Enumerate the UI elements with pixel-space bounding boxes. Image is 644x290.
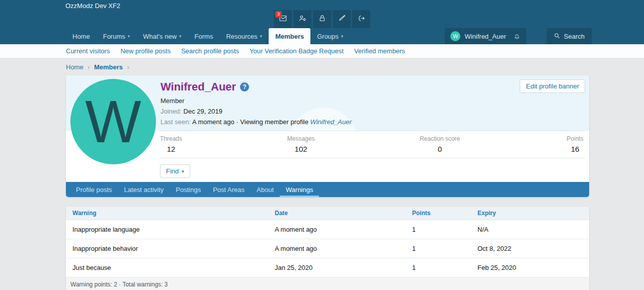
nav-item-whats-new[interactable]: What's new▾: [136, 28, 188, 44]
nav-item-members[interactable]: Members: [269, 28, 310, 44]
nav-item-forms[interactable]: Forms: [188, 28, 220, 44]
avatar: W: [450, 31, 460, 41]
user-groups-button[interactable]: [293, 10, 311, 28]
header-toolbar: 3: [274, 10, 370, 28]
lock-button[interactable]: [313, 10, 331, 28]
table-row[interactable]: Inappropriate language A moment ago 1 N/…: [66, 220, 589, 239]
help-icon[interactable]: ?: [240, 82, 249, 91]
site-title[interactable]: OzzModz Dev XF2: [65, 2, 120, 10]
account-username: Winifred_Auer: [464, 33, 506, 40]
site-header: OzzModz Dev XF2 3 Home Forums▾ What's ne…: [0, 0, 644, 44]
stat-messages[interactable]: Messages 102: [287, 135, 315, 153]
account-menu-button[interactable]: W Winifred_Auer: [445, 28, 526, 44]
nav-item-resources[interactable]: Resources▾: [219, 28, 269, 44]
subnav-current-visitors[interactable]: Current visitors: [66, 47, 110, 55]
tab-postings[interactable]: Postings: [170, 182, 207, 197]
warnings-table-header: Warning Date Points Expiry: [66, 207, 589, 220]
nav-item-home[interactable]: Home: [66, 28, 97, 44]
tab-latest-activity[interactable]: Latest activity: [118, 182, 170, 197]
warnings-summary: Warning points: 2 · Total warnings: 3: [66, 277, 589, 290]
brush-button[interactable]: [333, 10, 351, 28]
stat-reaction-score[interactable]: Reaction score 0: [420, 135, 460, 153]
column-header-warning: Warning: [70, 207, 273, 220]
chevron-down-icon: ▾: [179, 34, 182, 39]
inbox-badge: 3: [275, 11, 282, 18]
breadcrumb: Home › Members ›: [0, 58, 644, 75]
logout-button[interactable]: [352, 10, 370, 28]
tab-warnings[interactable]: Warnings: [280, 182, 319, 197]
warnings-table: Warning Date Points Expiry Inappropriate…: [66, 207, 589, 290]
inbox-button[interactable]: 3: [274, 10, 292, 28]
viewed-profile-link[interactable]: Winifred_Auer: [310, 118, 352, 126]
tab-profile-posts[interactable]: Profile posts: [70, 182, 118, 197]
alerts-bell-button[interactable]: [513, 33, 521, 40]
nav-right-group: W Winifred_Auer Search: [445, 28, 592, 44]
profile-stats: Threads 12 Messages 102 Reaction score 0…: [160, 131, 585, 158]
user-title: Member: [160, 97, 589, 105]
table-row[interactable]: Just because Jan 25, 2020 1 Feb 25, 2020: [66, 258, 589, 277]
edit-profile-banner-button[interactable]: Edit profile banner: [520, 79, 585, 93]
column-header-expiry: Expiry: [475, 207, 589, 220]
profile-username: Winifred_Auer: [160, 80, 236, 93]
table-row[interactable]: Inappropriate behavior A moment ago 1 Oc…: [66, 239, 589, 258]
nav-item-groups[interactable]: Groups▾: [310, 28, 350, 44]
lock-icon: [318, 14, 327, 25]
find-row: Find ▾: [66, 158, 589, 182]
chevron-down-icon: ▾: [341, 34, 344, 39]
joined-date: Dec 29, 2019: [184, 108, 222, 115]
search-icon: [553, 32, 560, 41]
find-button[interactable]: Find ▾: [160, 164, 190, 178]
nav-item-forums[interactable]: Forums▾: [97, 28, 137, 44]
joined-line: Joined: Dec 29, 2019: [160, 108, 589, 115]
last-seen-value: A moment ago: [192, 118, 234, 126]
subnav-verified-members[interactable]: Verified members: [354, 47, 405, 55]
breadcrumb-separator: ›: [88, 64, 90, 71]
breadcrumb-separator: ›: [127, 64, 129, 71]
last-seen-line: Last seen: A moment ago · Viewing member…: [160, 118, 589, 126]
tab-about[interactable]: About: [251, 182, 280, 197]
subnav-search-profile-posts[interactable]: Search profile posts: [181, 47, 239, 55]
chevron-down-icon: ▾: [260, 34, 263, 39]
breadcrumb-home[interactable]: Home: [66, 63, 84, 71]
users-gear-icon: [298, 14, 307, 25]
chevron-down-icon: ▾: [182, 169, 184, 174]
column-header-date: Date: [273, 207, 410, 220]
main-nav: Home Forums▾ What's new▾ Forms Resources…: [0, 28, 644, 44]
brush-icon: [338, 14, 346, 25]
search-button[interactable]: Search: [546, 28, 592, 44]
stat-threads[interactable]: Threads 12: [160, 135, 182, 153]
profile-card: W Edit profile banner Winifred_Auer ? Me…: [66, 75, 589, 197]
stat-points[interactable]: Points 16: [565, 135, 585, 153]
profile-tabbar: Profile posts Latest activity Postings P…: [66, 182, 589, 197]
subnav-verification-badge-request[interactable]: Your Verification Badge Request: [250, 47, 344, 55]
logout-icon: [357, 14, 366, 25]
chevron-down-icon: ▾: [128, 34, 130, 39]
subnav-new-profile-posts[interactable]: New profile posts: [120, 47, 171, 55]
profile-avatar[interactable]: W: [70, 79, 156, 164]
column-header-points: Points: [410, 207, 475, 220]
breadcrumb-members[interactable]: Members: [94, 63, 123, 71]
members-subnav: Current visitors New profile posts Searc…: [0, 44, 644, 58]
tab-post-areas[interactable]: Post Areas: [207, 182, 251, 197]
